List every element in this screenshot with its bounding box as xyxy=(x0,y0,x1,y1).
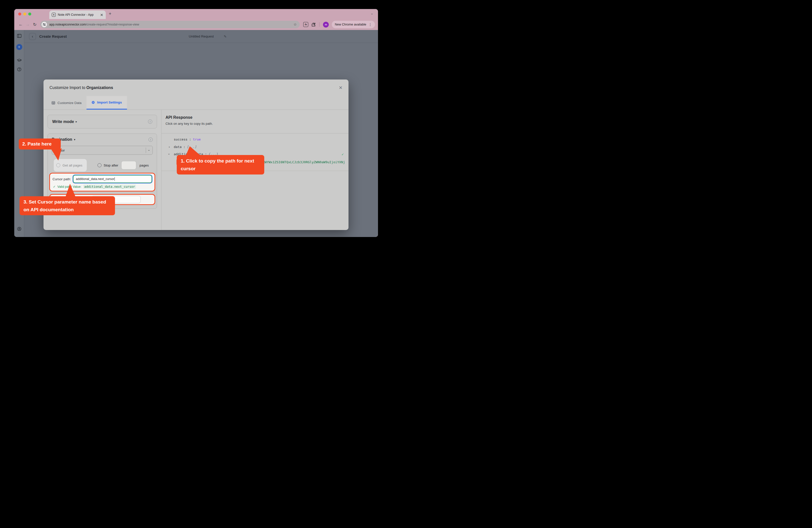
api-response-header: API Response Click on any key to copy it… xyxy=(161,110,348,133)
help-icon[interactable] xyxy=(17,67,21,73)
api-response-title: API Response xyxy=(165,115,348,120)
url-host: app.noteapiconnector.com xyxy=(49,23,86,26)
site-settings-icon[interactable] xyxy=(42,22,47,27)
browser-toolbar: ← → ↻ app.noteapiconnector.com/create-re… xyxy=(14,19,378,30)
back-button[interactable]: ← xyxy=(17,21,24,28)
stop-after-radio[interactable] xyxy=(98,163,102,167)
profile-avatar[interactable]: m xyxy=(323,22,329,28)
browser-tab[interactable]: A Note API Connector - App ✕ xyxy=(49,11,106,19)
page-title: Create Request xyxy=(39,34,67,39)
copied-check-icon: ✓ xyxy=(342,152,344,156)
pages-radio-group: Get all pages Stop after pages xyxy=(52,161,153,170)
cursor-path-input[interactable]: additional_data.next_cursor xyxy=(73,175,152,183)
url-path: /create-request?modal=response-view xyxy=(86,23,139,26)
browser-menu-icon[interactable]: ⋮ xyxy=(368,23,372,27)
tab-customize-data[interactable]: Customize Data xyxy=(46,96,87,109)
modal-tabs: Customize Data ⚙ Import Settings xyxy=(44,96,348,110)
stop-after-label: Stop after xyxy=(104,163,118,167)
tab-search-chevron-icon[interactable]: › xyxy=(370,12,375,16)
json-row-success: success : true xyxy=(161,137,348,141)
cursor-path-label: Cursor path: xyxy=(53,177,71,181)
zoom-window-button[interactable] xyxy=(28,13,31,15)
sidebar-toggle-icon[interactable] xyxy=(17,33,21,39)
callout1-tail xyxy=(183,146,202,156)
annotation-step3: 3. Set Cursor parameter name based on AP… xyxy=(19,196,115,215)
account-person-icon[interactable] xyxy=(17,226,21,232)
select-divider xyxy=(146,147,146,153)
new-chrome-available-button[interactable]: New Chrome available ⋮ xyxy=(332,21,375,28)
table-icon xyxy=(52,101,55,105)
tab-import-settings[interactable]: ⚙ Import Settings xyxy=(87,96,127,109)
url-bar[interactable]: app.noteapiconnector.com/create-request?… xyxy=(40,21,300,28)
screenshot-root: A Note API Connector - App ✕ + › ← → ↻ a… xyxy=(0,0,392,255)
modal-title-target: Organizations xyxy=(87,86,113,90)
browser-tab-strip: A Note API Connector - App ✕ + › xyxy=(14,9,378,19)
extensions-puzzle-icon[interactable] xyxy=(311,22,316,27)
callout2-tail xyxy=(49,148,64,161)
pagination-header[interactable]: Pagination ▾ i xyxy=(52,137,153,142)
expanded-caret-icon: ▾ xyxy=(74,138,75,141)
forward-button[interactable]: → xyxy=(24,21,31,28)
write-mode-section[interactable]: Write mode ▸ i xyxy=(47,115,157,129)
annotation-step2: 2. Paste here xyxy=(19,138,61,149)
modal-title: Customize Import to Organizations xyxy=(49,86,113,90)
edit-name-pencil-icon[interactable]: ✎ xyxy=(224,34,227,39)
json-key-success[interactable]: success xyxy=(174,137,188,141)
select-chevron-icon: › xyxy=(147,150,151,151)
pagination-type-select[interactable]: Cursor › xyxy=(52,146,153,155)
reload-button[interactable]: ↻ xyxy=(31,21,38,28)
learn-graduation-cap-icon[interactable] xyxy=(17,58,21,64)
gear-icon: ⚙ xyxy=(91,100,95,105)
tab-title: Note API Connector - App xyxy=(58,13,98,16)
close-window-button[interactable] xyxy=(18,13,21,15)
pages-label: pages xyxy=(140,163,149,167)
modal-close-icon[interactable]: ✕ xyxy=(339,86,343,90)
callout3-tail xyxy=(64,183,77,197)
collapse-chevron-icon[interactable]: › xyxy=(167,153,171,155)
annotation-step1: 1. Click to copy the path for next curso… xyxy=(177,155,264,175)
write-mode-info-icon[interactable]: i xyxy=(148,119,152,124)
new-tab-button[interactable]: + xyxy=(109,12,112,16)
new-chrome-label: New Chrome available xyxy=(335,23,366,26)
modal-header: Customize Import to Organizations ✕ xyxy=(44,79,348,96)
stop-after-pages-input[interactable] xyxy=(121,161,136,170)
pagination-info-icon[interactable]: i xyxy=(148,137,153,142)
minimize-window-button[interactable] xyxy=(23,13,26,15)
collapsed-caret-icon: ▸ xyxy=(76,120,77,123)
json-value-success: true xyxy=(193,137,201,141)
new-request-button[interactable]: + xyxy=(16,44,22,50)
tab-close-icon[interactable]: ✕ xyxy=(100,13,103,17)
write-mode-label: Write mode xyxy=(52,119,74,124)
app-back-button[interactable]: ‹ xyxy=(29,33,36,40)
fx-extension-icon[interactable]: fx xyxy=(303,22,308,27)
check-icon: ✓ xyxy=(53,185,56,189)
traffic-lights xyxy=(18,13,31,15)
api-response-subtitle: Click on any key to copy its path. xyxy=(165,122,348,126)
url-text[interactable]: app.noteapiconnector.com/create-request?… xyxy=(49,23,292,26)
expand-chevron-icon[interactable]: › xyxy=(168,145,170,149)
tab-favicon-icon: A xyxy=(52,13,56,17)
bookmark-star-icon[interactable]: ☆ xyxy=(293,22,297,27)
json-key-data[interactable]: data xyxy=(174,145,182,149)
request-name: Untitled Request xyxy=(189,34,214,38)
valid-path-value: additional_data.next_cursor xyxy=(83,185,136,189)
app-header: ‹ Create Request Untitled Request ✎ xyxy=(25,30,378,43)
